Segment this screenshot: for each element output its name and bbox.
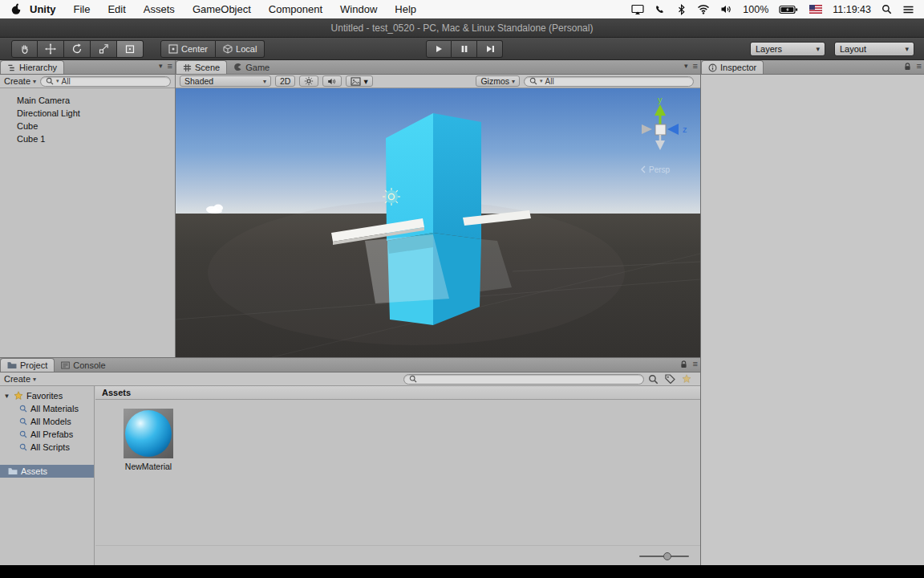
scene-search-input[interactable]: ▾ All [524, 76, 694, 87]
scene-audio-button[interactable] [322, 75, 342, 87]
hierarchy-create-button[interactable]: Create ▾ [4, 76, 36, 86]
zoom-slider-knob[interactable] [663, 552, 671, 560]
chevron-down-icon: ▾ [363, 76, 367, 86]
step-button[interactable] [477, 40, 503, 58]
favorite-all-scripts[interactable]: All Scripts [0, 441, 94, 454]
menu-gameobject[interactable]: GameObject [192, 3, 251, 15]
menubar-status-area: 100% 11:19:43 [631, 4, 914, 15]
desktop-bottom-strip [0, 565, 924, 578]
rotate-tool-button[interactable] [64, 40, 91, 58]
assets-folder-row[interactable]: Assets [0, 465, 94, 478]
chevron-down-icon: ▾ [263, 78, 266, 85]
chevron-down-icon: ▾ [816, 45, 820, 53]
hierarchy-item-main-camera[interactable]: Main Camera [0, 94, 175, 107]
layers-dropdown[interactable]: Layers ▾ [750, 42, 825, 56]
gizmos-dropdown[interactable]: Gizmos ▾ [476, 75, 520, 87]
panel-dropdown-icon[interactable]: ▾ [159, 63, 163, 70]
search-by-label-button[interactable] [665, 374, 675, 384]
apple-menu-icon[interactable] [11, 3, 22, 15]
panel-menu-icon[interactable]: ≡ [917, 62, 921, 71]
panel-menu-icon[interactable]: ≡ [168, 62, 172, 71]
hierarchy-search-input[interactable]: ▾ All [40, 76, 171, 87]
bluetooth-icon[interactable] [676, 4, 687, 15]
pivot-center-button[interactable]: Center [160, 40, 216, 58]
pause-button[interactable] [452, 40, 477, 58]
menu-component[interactable]: Component [269, 3, 322, 15]
panel-menu-icon[interactable]: ≡ [693, 62, 697, 71]
project-panel: Project Console ≡ Create ▾ [0, 357, 700, 565]
space-local-button[interactable]: Local [216, 40, 265, 58]
axis-z-label[interactable]: z [683, 124, 687, 134]
panel-menu-icon[interactable]: ≡ [693, 360, 697, 368]
move-tool-button[interactable] [38, 40, 64, 58]
flag-icon[interactable] [809, 5, 822, 14]
chevron-down-icon: ▾ [33, 78, 36, 85]
wifi-icon[interactable] [697, 4, 710, 14]
hierarchy-item-directional-light[interactable]: Directional Light [0, 107, 175, 120]
menu-assets[interactable]: Assets [144, 3, 175, 15]
project-tabstrip: Project Console ≡ [0, 358, 700, 372]
search-by-type-button[interactable] [648, 374, 659, 385]
notification-center-icon[interactable] [902, 5, 914, 14]
tab-inspector[interactable]: Inspector [701, 60, 764, 74]
favorite-all-prefabs[interactable]: All Prefabs [0, 428, 94, 441]
menu-unity[interactable]: Unity [30, 3, 56, 15]
window-title: Untitled - test_0520 - PC, Mac & Linux S… [331, 22, 594, 34]
menubar-clock[interactable]: 11:19:43 [833, 4, 871, 15]
asset-newmaterial[interactable]: NewMaterial [108, 409, 188, 471]
menu-file[interactable]: File [74, 3, 91, 15]
saved-search-star-button[interactable] [682, 374, 691, 384]
lock-icon[interactable] [903, 62, 912, 71]
battery-icon[interactable] [779, 4, 799, 15]
menu-help[interactable]: Help [395, 3, 416, 15]
tab-scene[interactable]: Scene [176, 60, 227, 74]
project-create-button[interactable]: Create ▾ [4, 374, 36, 384]
hand-tool-button[interactable] [11, 40, 38, 58]
gizmo-center-cube[interactable] [655, 124, 666, 135]
info-icon [708, 63, 717, 72]
window-titlebar[interactable]: Untitled - test_0520 - PC, Mac & Linux S… [0, 18, 924, 38]
favorite-all-models[interactable]: All Models [0, 415, 94, 428]
directional-light-gizmo[interactable] [383, 188, 400, 206]
tab-console[interactable]: Console [55, 358, 111, 372]
layout-dropdown[interactable]: Layout ▾ [834, 42, 914, 56]
space-local-label: Local [236, 44, 257, 54]
assets-grid[interactable]: NewMaterial [95, 400, 700, 545]
tab-hierarchy[interactable]: Hierarchy [0, 60, 64, 74]
disclosure-triangle-icon[interactable]: ▼ [3, 393, 10, 400]
hierarchy-item-cube[interactable]: Cube [0, 120, 175, 132]
spotlight-search-icon[interactable] [881, 4, 892, 14]
play-button[interactable] [426, 40, 452, 58]
shading-mode-dropdown[interactable]: Shaded ▾ [180, 75, 271, 87]
favorite-all-materials[interactable]: All Materials [0, 402, 94, 415]
scene-viewport[interactable]: y z Persp [176, 88, 700, 357]
favorites-row[interactable]: ▼ Favorites [0, 389, 94, 402]
2d-toggle-button[interactable]: 2D [275, 75, 295, 87]
phone-icon[interactable] [654, 4, 666, 15]
rect-tool-button[interactable] [117, 40, 144, 58]
tab-game[interactable]: Game [227, 60, 276, 74]
menu-edit[interactable]: Edit [107, 3, 125, 15]
pivot-center-label: Center [181, 44, 208, 54]
tab-game-label: Game [245, 63, 270, 72]
search-icon [19, 417, 27, 425]
airplay-icon[interactable] [631, 4, 644, 15]
scale-tool-button[interactable] [91, 40, 117, 58]
lock-icon[interactable] [679, 360, 688, 368]
volume-icon[interactable] [720, 4, 732, 14]
menu-window[interactable]: Window [340, 3, 377, 15]
scene-effects-dropdown[interactable]: ▾ [346, 75, 372, 87]
tag-icon [665, 374, 675, 384]
project-search-input[interactable] [403, 374, 644, 385]
inspector-tabstrip: Inspector ≡ [701, 60, 924, 75]
tab-project[interactable]: Project [0, 358, 55, 372]
inspector-body [701, 75, 924, 578]
thumbnail-zoom-slider[interactable] [639, 556, 689, 557]
panel-dropdown-icon[interactable]: ▾ [684, 63, 688, 70]
axis-y-label[interactable]: y [658, 95, 663, 104]
hierarchy-item-cube-1[interactable]: Cube 1 [0, 132, 175, 145]
battery-percent: 100% [743, 4, 768, 15]
sun-icon [304, 76, 314, 86]
game-pacman-icon [233, 63, 242, 71]
scene-lighting-button[interactable] [299, 75, 318, 87]
